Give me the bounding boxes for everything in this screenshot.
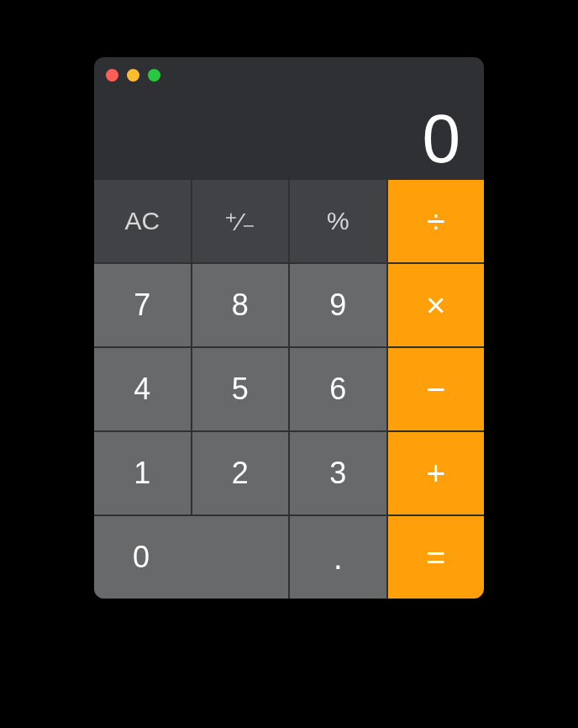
- digit-4-button[interactable]: 4: [94, 348, 191, 430]
- divide-button[interactable]: ÷: [388, 180, 485, 262]
- digit-3-button[interactable]: 3: [290, 432, 386, 514]
- digit-0-button[interactable]: 0: [94, 516, 288, 599]
- digit-6-button[interactable]: 6: [290, 348, 386, 430]
- decimal-button[interactable]: .: [290, 516, 386, 599]
- display-value: 0: [422, 104, 460, 173]
- subtract-button[interactable]: −: [388, 348, 485, 430]
- clear-button[interactable]: AC: [94, 180, 191, 262]
- multiply-button[interactable]: ×: [388, 264, 485, 346]
- keypad: AC ⁺∕₋ % ÷ 7 8 9 × 4 5 6 − 1 2 3 + 0 . =: [94, 180, 484, 599]
- calculator-display: 0: [94, 81, 484, 180]
- minimize-icon[interactable]: [127, 69, 139, 82]
- digit-9-button[interactable]: 9: [290, 264, 386, 346]
- digit-8-button[interactable]: 8: [192, 264, 289, 346]
- percent-button[interactable]: %: [290, 180, 386, 262]
- equals-button[interactable]: =: [388, 516, 485, 599]
- digit-5-button[interactable]: 5: [192, 348, 289, 430]
- close-icon[interactable]: [106, 69, 118, 82]
- calculator-window: 0 AC ⁺∕₋ % ÷ 7 8 9 × 4 5 6 − 1 2 3 + 0 .…: [94, 57, 484, 599]
- plus-minus-button[interactable]: ⁺∕₋: [192, 180, 289, 262]
- digit-1-button[interactable]: 1: [94, 432, 191, 514]
- digit-2-button[interactable]: 2: [192, 432, 289, 514]
- add-button[interactable]: +: [388, 432, 485, 514]
- window-titlebar: [94, 57, 484, 81]
- maximize-icon[interactable]: [148, 69, 160, 82]
- digit-7-button[interactable]: 7: [94, 264, 191, 346]
